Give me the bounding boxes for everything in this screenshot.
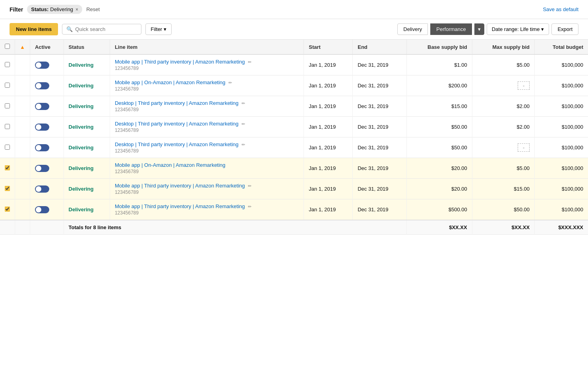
row-end-cell: Dec 31, 2019 xyxy=(353,158,406,179)
row-total-budget-cell: $100,000 xyxy=(535,179,588,199)
row-base-supply-bid-cell: $50.00 xyxy=(406,137,472,158)
row-checkbox[interactable] xyxy=(5,207,10,212)
edit-icon[interactable]: ✏ xyxy=(248,183,251,188)
date-range-button[interactable]: Date range: Life time ▾ xyxy=(487,23,549,35)
new-line-items-button[interactable]: New line items xyxy=(10,23,58,35)
row-start-cell: Jan 1, 2019 xyxy=(304,158,353,179)
row-alert-cell xyxy=(15,137,30,158)
row-status-cell: Delivering xyxy=(64,137,110,158)
row-checkbox-cell[interactable] xyxy=(0,199,15,220)
edit-icon[interactable]: ✏ xyxy=(248,60,251,64)
row-max-supply-bid-cell: $15.00 xyxy=(472,179,534,199)
performance-button[interactable]: Performance xyxy=(430,23,472,35)
row-active-cell[interactable] xyxy=(30,199,64,220)
row-checkbox-cell[interactable] xyxy=(0,137,15,158)
line-items-table-container: ▲ Active Status Line item Start End Base… xyxy=(0,40,588,235)
filter-dropdown-button[interactable]: Filter ▾ xyxy=(145,23,172,35)
totals-base-supply-bid: $XX.XX xyxy=(406,220,472,235)
active-toggle[interactable] xyxy=(35,82,49,89)
line-item-link[interactable]: Mobile app | Third party inventory | Ama… xyxy=(115,203,245,209)
row-start-cell: Jan 1, 2019 xyxy=(304,75,353,96)
row-checkbox[interactable] xyxy=(5,83,10,88)
row-active-cell[interactable] xyxy=(30,179,64,199)
line-item-link[interactable]: Desktop | Third party inventory | Amazon… xyxy=(115,121,238,127)
row-checkbox[interactable] xyxy=(5,186,10,191)
table-row: Delivering Mobile app | On-Amazon | Amaz… xyxy=(0,158,588,179)
totals-empty-2 xyxy=(15,220,30,235)
status-filter-badge: Status: Delivering × xyxy=(27,5,82,14)
line-item-link[interactable]: Desktop | Third party inventory | Amazon… xyxy=(115,141,238,147)
filter-label: Filter xyxy=(10,6,23,13)
row-total-budget-cell: $100,000 xyxy=(535,137,588,158)
row-checkbox[interactable] xyxy=(5,124,10,129)
row-checkbox[interactable] xyxy=(5,165,10,170)
header-active: Active xyxy=(30,40,64,54)
table-header-row: ▲ Active Status Line item Start End Base… xyxy=(0,40,588,54)
active-toggle[interactable] xyxy=(35,62,49,69)
row-active-cell[interactable] xyxy=(30,96,64,117)
row-checkbox-cell[interactable] xyxy=(0,179,15,199)
header-select-all[interactable] xyxy=(0,40,15,54)
row-checkbox-cell[interactable] xyxy=(0,54,15,75)
table-row: Delivering Mobile app | On-Amazon | Amaz… xyxy=(0,75,588,96)
save-as-default-link[interactable]: Save as default xyxy=(543,6,578,12)
edit-icon[interactable]: ✏ xyxy=(242,122,245,126)
reset-link[interactable]: Reset xyxy=(86,6,100,12)
row-active-cell[interactable] xyxy=(30,158,64,179)
select-all-checkbox[interactable] xyxy=(5,44,10,49)
row-end-cell: Dec 31, 2019 xyxy=(353,117,406,137)
row-checkbox-cell[interactable] xyxy=(0,96,15,117)
edit-icon[interactable]: ✏ xyxy=(242,101,245,106)
row-start-cell: Jan 1, 2019 xyxy=(304,137,353,158)
row-checkbox[interactable] xyxy=(5,145,10,150)
view-controls: Delivery Performance ▾ Date range: Life … xyxy=(397,23,578,35)
totals-empty-3 xyxy=(30,220,64,235)
row-active-cell[interactable] xyxy=(30,117,64,137)
active-toggle[interactable] xyxy=(35,185,49,193)
export-button[interactable]: Export xyxy=(551,23,578,35)
delivery-button[interactable]: Delivery xyxy=(397,23,428,35)
search-input[interactable] xyxy=(75,26,137,32)
header-max-supply-bid: Max supply bid xyxy=(472,40,534,54)
row-line-item-cell: Desktop | Third party inventory | Amazon… xyxy=(110,96,304,117)
line-item-link[interactable]: Mobile app | On-Amazon | Amazon Remarket… xyxy=(115,162,225,168)
edit-icon[interactable]: ✏ xyxy=(228,80,232,85)
badge-close-icon[interactable]: × xyxy=(75,7,78,12)
row-active-cell[interactable] xyxy=(30,54,64,75)
row-checkbox-cell[interactable] xyxy=(0,75,15,96)
line-item-id: 123456789 xyxy=(115,66,299,71)
row-base-supply-bid-cell: $200.00 xyxy=(406,75,472,96)
header-line-item: Line item xyxy=(110,40,304,54)
status-delivering-label: Delivering xyxy=(69,124,94,130)
active-toggle[interactable] xyxy=(35,206,49,213)
row-active-cell[interactable] xyxy=(30,75,64,96)
active-toggle[interactable] xyxy=(35,165,49,172)
dashed-value: - xyxy=(518,143,530,152)
row-max-supply-bid-cell: $2.00 xyxy=(472,96,534,117)
row-checkbox[interactable] xyxy=(5,62,10,67)
active-toggle[interactable] xyxy=(35,144,49,151)
row-alert-cell xyxy=(15,96,30,117)
line-item-link[interactable]: Mobile app | Third party inventory | Ama… xyxy=(115,59,245,65)
search-box: 🔍 xyxy=(62,24,141,35)
line-item-link[interactable]: Desktop | Third party inventory | Amazon… xyxy=(115,100,238,106)
dashed-value: - xyxy=(518,81,530,90)
edit-icon[interactable]: ✏ xyxy=(242,142,245,147)
active-toggle[interactable] xyxy=(35,124,49,131)
row-checkbox-cell[interactable] xyxy=(0,117,15,137)
header-start: Start xyxy=(304,40,353,54)
row-active-cell[interactable] xyxy=(30,137,64,158)
row-end-cell: Dec 31, 2019 xyxy=(353,96,406,117)
table-row: Delivering Desktop | Third party invento… xyxy=(0,117,588,137)
more-options-button[interactable]: ▾ xyxy=(474,23,484,35)
row-alert-cell xyxy=(15,54,30,75)
line-item-link[interactable]: Mobile app | Third party inventory | Ama… xyxy=(115,183,245,189)
row-status-cell: Delivering xyxy=(64,158,110,179)
row-checkbox[interactable] xyxy=(5,103,10,108)
status-delivering-label: Delivering xyxy=(69,207,94,212)
active-toggle[interactable] xyxy=(35,103,49,110)
edit-icon[interactable]: ✏ xyxy=(248,204,251,209)
line-item-link[interactable]: Mobile app | On-Amazon | Amazon Remarket… xyxy=(115,79,225,85)
header-base-supply-bid: Base supply bid xyxy=(406,40,472,54)
row-checkbox-cell[interactable] xyxy=(0,158,15,179)
